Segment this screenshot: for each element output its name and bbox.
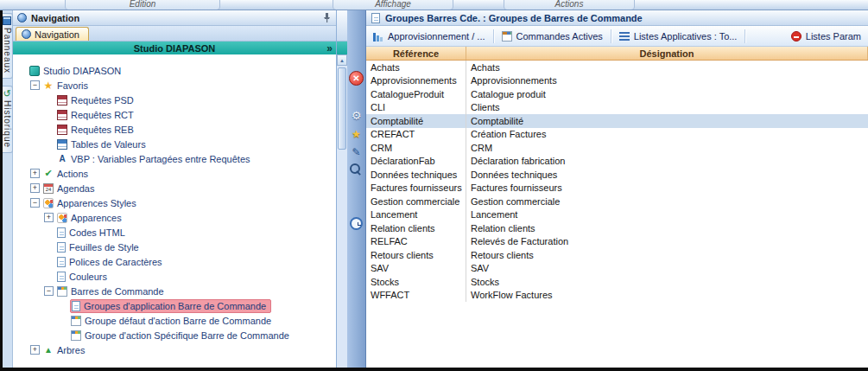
column-header-designation[interactable]: Désignation <box>466 47 868 60</box>
cell-reference: WFFACT <box>366 289 466 303</box>
scroll-up-button[interactable] <box>337 54 347 66</box>
edge-strip: PanneauxHistorique <box>3 10 13 368</box>
edge-tab-historique[interactable]: Historique <box>3 86 13 153</box>
scrollbar-thumb[interactable] <box>338 67 346 150</box>
tree-item-label: Requêtes REB <box>71 125 134 135</box>
document-icon <box>371 13 380 23</box>
tree-expander[interactable]: + <box>30 169 40 178</box>
tree-item[interactable]: +Actions <box>13 166 336 181</box>
tree-expander[interactable]: − <box>30 80 40 90</box>
gear-icon[interactable] <box>349 108 364 123</box>
close-icon[interactable] <box>349 71 364 86</box>
tree-item[interactable]: Tables de Valeurs <box>13 137 336 151</box>
table-row[interactable]: Retours clientsRetours clients <box>366 248 868 262</box>
table-row[interactable]: CatalogueProduitCatalogue produit <box>366 87 868 101</box>
magnifier-icon[interactable] <box>349 163 364 177</box>
edge-tab-label: Historique <box>3 100 12 148</box>
column-header-reference[interactable]: Référence <box>366 47 466 60</box>
menu-item-actions[interactable]: Actions <box>504 0 635 10</box>
tree-item[interactable]: Polices de Caractères <box>13 254 336 269</box>
tree-item[interactable]: Couleurs <box>13 269 336 284</box>
table-row[interactable]: Gestion commercialeGestion commerciale <box>366 195 868 208</box>
values-table-icon <box>57 139 67 150</box>
tree-item[interactable]: Feuilles de Style <box>13 240 336 254</box>
pencil-icon[interactable] <box>349 144 364 159</box>
menu-item-edition[interactable]: Edition <box>65 0 220 10</box>
tree-expander-spacer <box>44 154 54 163</box>
toolbar-item[interactable]: Commandes Actives <box>502 31 603 42</box>
table-row[interactable]: Relation clientsRelation clients <box>366 221 868 235</box>
content-panel: Groupes Barres Cde. : Groupes de Barres … <box>366 10 868 368</box>
tree-indent <box>13 276 44 277</box>
tree-expander[interactable]: + <box>44 213 54 222</box>
cell-designation: SAV <box>466 262 868 276</box>
tree-expander[interactable]: − <box>44 286 54 296</box>
clock-icon[interactable] <box>350 217 363 230</box>
tree-item[interactable]: −Apparences Styles <box>13 195 336 210</box>
side-toolbar <box>347 10 366 368</box>
command-bar-icon <box>71 330 81 341</box>
table-row[interactable]: RELFACRelevés de Facturation <box>366 235 868 249</box>
table-row[interactable]: StocksStocks <box>366 275 868 289</box>
tree-item[interactable]: Groupes d'application Barre de Commande <box>13 298 336 313</box>
scrollbar-track[interactable] <box>337 66 347 368</box>
actions-check-icon <box>43 169 54 179</box>
table-row[interactable]: SAVSAV <box>366 262 868 276</box>
tree-expander[interactable]: − <box>30 198 40 208</box>
table-row[interactable]: CRMCRM <box>366 141 868 155</box>
cell-reference: RELFAC <box>366 235 466 249</box>
tab-navigation[interactable]: Navigation <box>16 27 89 41</box>
table-row[interactable]: CLIClients <box>366 101 868 115</box>
tree-expander-spacer <box>58 301 67 310</box>
star-icon[interactable] <box>349 126 364 141</box>
navigation-tab-label: Navigation <box>35 29 79 40</box>
cell-reference: Approvisionnements <box>366 74 466 88</box>
table-row[interactable]: DéclarationFabDéclaration fabrication <box>366 155 868 169</box>
tree-item[interactable]: VBP : Variables Partagées entre Requêtes <box>13 151 336 166</box>
main-area: PanneauxHistorique Navigation Navigation… <box>0 10 868 371</box>
tree-item[interactable]: Studio DIAPASON <box>13 63 336 78</box>
table-row[interactable]: Factures fournisseursFactures fournisseu… <box>366 182 868 195</box>
table-row[interactable]: LancementLancement <box>366 208 868 222</box>
table-row[interactable]: Données techniquesDonnées techniques <box>366 168 868 182</box>
menu-item-affichage[interactable]: Affichage <box>333 0 453 10</box>
toolbar-separator <box>493 29 494 43</box>
tree-item[interactable]: Requêtes RCT <box>13 107 336 122</box>
tree-item[interactable]: +Apparences <box>13 210 336 225</box>
tree-item[interactable]: Groupe défaut d'action Barre de Commande <box>13 313 336 328</box>
toolbar-item[interactable]: Approvisionnement / ... <box>373 31 485 42</box>
toolbar-item[interactable]: Listes Applicatives : To... <box>619 31 738 42</box>
tree-item[interactable]: +Agendas <box>13 181 336 195</box>
tree-item[interactable]: −Barres de Commande <box>13 284 336 298</box>
tree-item-label: Apparences Styles <box>57 198 136 208</box>
tree-item[interactable]: Codes HTML <box>13 225 336 240</box>
tree-item[interactable]: +Arbres <box>13 342 336 357</box>
table-row[interactable]: ComptabilitéComptabilité <box>366 114 868 128</box>
nav-tree: Studio DIAPASON−FavorisRequêtes PSDRequê… <box>13 54 336 368</box>
panels-icon <box>3 16 11 25</box>
tree-indent <box>13 144 44 144</box>
edge-tab-panneaux[interactable]: Panneaux <box>3 13 13 79</box>
tree-item[interactable]: −Favoris <box>13 78 336 93</box>
tree-expander-spacer <box>44 139 54 149</box>
tree-item[interactable]: Requêtes PSD <box>13 93 336 107</box>
table-row[interactable]: CREFACTCréation Factures <box>366 128 868 142</box>
list-icon <box>619 32 630 41</box>
pin-icon[interactable] <box>321 12 332 23</box>
tree-item-label: Groupe d'action Spécifique Barre de Comm… <box>85 330 289 341</box>
tree-item[interactable]: Requêtes REB <box>13 122 336 137</box>
tree-expander[interactable]: + <box>30 345 40 355</box>
tree-item[interactable]: Groupe d'action Spécifique Barre de Comm… <box>13 328 336 342</box>
tree-expander[interactable]: + <box>30 183 40 193</box>
table-row[interactable]: WFFACTWorkFlow Factures <box>366 289 868 303</box>
tree-item-body: Agendas <box>42 182 98 195</box>
query-table-icon <box>57 95 67 106</box>
cell-designation: Clients <box>466 101 868 115</box>
tree-item-body: Barres de Commande <box>56 285 168 297</box>
collapse-chevron-button[interactable]: » <box>325 42 334 54</box>
table-row[interactable]: AchatsAchats <box>366 61 868 74</box>
toolbar-item[interactable]: Listes Param <box>791 31 861 42</box>
styles-palette-icon <box>43 198 54 208</box>
scrollbar-header-cap <box>337 42 347 54</box>
table-row[interactable]: ApprovisionnementsApprovisionnements <box>366 74 868 88</box>
